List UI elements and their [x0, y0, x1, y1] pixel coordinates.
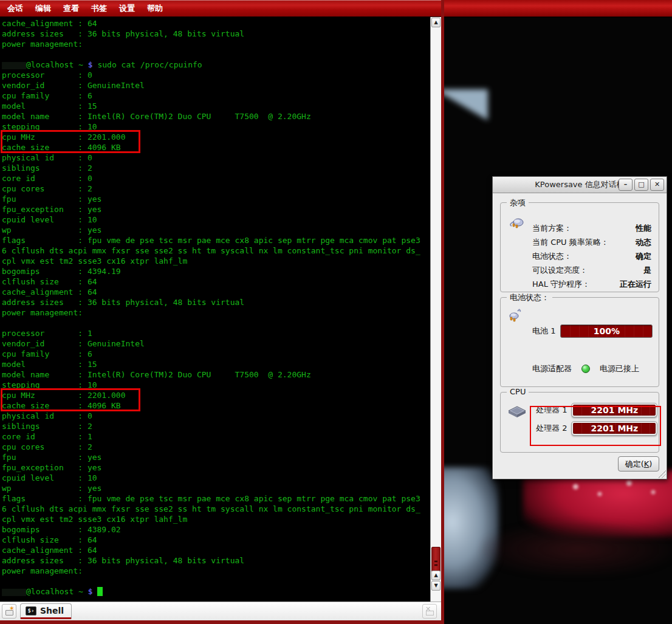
misc-row-label: 当前 CPU 频率策略：	[532, 237, 609, 248]
misc-row: 当前 CPU 频率策略：动态	[532, 235, 651, 249]
terminal-line: cpu MHz : 2201.000	[2, 390, 430, 400]
maximize-button[interactable]: □	[634, 179, 648, 191]
close-button[interactable]: ✕	[650, 179, 664, 191]
terminal-line: cpu cores : 2	[2, 183, 430, 194]
terminal-line: core id : 0	[2, 173, 430, 183]
redacted-username	[2, 589, 26, 596]
terminal-line: cpuid level : 10	[2, 214, 430, 225]
adapter-label: 电源适配器	[532, 363, 572, 374]
tab-shell[interactable]: $› Shell	[20, 603, 72, 619]
misc-row-value: 动态	[636, 237, 651, 248]
cpu-groupbox: CPU 处理器 12201 MHz处理器 22201 MHz	[500, 392, 659, 453]
terminal-line: power management:	[2, 566, 430, 576]
terminal-line: cache_alignment : 64	[2, 18, 430, 29]
battery-groupbox: 电池状态： 电池 1 100% 电源适配器 电源已接上	[500, 297, 659, 387]
kpowersave-dialog: KPowersave 信息对话框 – □ ✕ 杂项 当前方案：性能当前 CPU …	[492, 176, 667, 479]
dialog-titlebar[interactable]: KPowersave 信息对话框 – □ ✕	[493, 177, 667, 193]
menu-item[interactable]: 会话	[7, 3, 23, 14]
dialog-title: KPowersave 信息对话框	[535, 179, 624, 190]
terminal-line: @localhost ~ $	[2, 586, 430, 597]
terminal-line: model name : Intel(R) Core(TM)2 Duo CPU …	[2, 111, 430, 122]
terminal-line: siblings : 2	[2, 421, 430, 431]
terminal-line: processor : 0	[2, 70, 430, 80]
terminal-line: fpu : yes	[2, 194, 430, 204]
cpu-chip-icon	[508, 406, 526, 420]
processor-label: 处理器 2	[536, 423, 567, 434]
ok-button[interactable]: 确定(K)	[618, 456, 659, 471]
menu-item[interactable]: 编辑	[35, 3, 51, 14]
terminal-line: 6 clflush dts acpi mmx fxsr sse sse2 ss …	[2, 504, 430, 514]
battery-progressbar: 100%	[560, 324, 653, 338]
terminal-line: processor : 1	[2, 328, 430, 338]
terminal-line: stepping : 10	[2, 380, 430, 390]
terminal-line: core id : 1	[2, 431, 430, 442]
scroll-up-icon[interactable]: ▲	[431, 571, 441, 580]
misc-row-label: 电池状态：	[532, 251, 572, 262]
adapter-status: 电源已接上	[600, 363, 639, 374]
terminal-line: clflush size : 64	[2, 535, 430, 545]
menu-item[interactable]: 帮助	[147, 3, 163, 14]
cpu-row: 处理器 22201 MHz	[536, 422, 657, 435]
cpu-row: 处理器 12201 MHz	[536, 403, 657, 417]
processor-frequency-bar: 2201 MHz	[572, 403, 657, 417]
terminal-line: cache_alignment : 64	[2, 287, 430, 297]
terminal-line: cpuid level : 10	[2, 473, 430, 483]
menu-item[interactable]: 查看	[63, 3, 79, 14]
tab-bar: ✶ $› Shell ✕	[0, 602, 441, 620]
adapter-led-icon	[581, 365, 590, 373]
terminal-line: vendor_id : GenuineIntel	[2, 80, 430, 91]
terminal-line: power management:	[2, 39, 430, 49]
close-session-button[interactable]: ✕	[422, 604, 437, 619]
terminal-line: fpu : yes	[2, 452, 430, 462]
terminal-line: fpu_exception : yes	[2, 204, 430, 214]
terminal-line: cpu MHz : 2201.000	[2, 132, 430, 142]
scroll-up-icon[interactable]: ▲	[431, 18, 441, 27]
wallpaper-shadow	[481, 522, 672, 577]
close-session-x-icon: ✕	[425, 605, 431, 613]
terminal-line: flags : fpu vme de pse tsc msr pae mce c…	[2, 493, 430, 504]
misc-row: HAL 守护程序：正在运行	[532, 277, 651, 291]
terminal-line: model name : Intel(R) Core(TM)2 Duo CPU …	[2, 369, 430, 380]
ok-label: 确定(	[625, 459, 644, 468]
terminal-line: wp : yes	[2, 225, 430, 235]
scrollbar[interactable]: ▲ ▲ ▼	[430, 17, 441, 602]
resize-grip[interactable]	[658, 470, 666, 478]
processor-label: 处理器 1	[536, 405, 567, 416]
new-session-button[interactable]: ✶	[2, 604, 16, 619]
menu-item[interactable]: 书签	[91, 3, 107, 14]
terminal-line: model : 15	[2, 101, 430, 111]
terminal-line: 6 clflush dts acpi mmx fxsr sse sse2 ss …	[2, 245, 430, 256]
processor-frequency-bar: 2201 MHz	[572, 422, 657, 435]
ok-accesskey: K	[644, 459, 650, 468]
new-session-star-icon: ✶	[9, 605, 15, 612]
terminal-line: stepping : 10	[2, 122, 430, 132]
desktop: 会话编辑查看书签设置帮助 cache_alignment : 64address…	[0, 0, 672, 624]
terminal-line	[2, 49, 430, 60]
scroll-down-icon[interactable]: ▼	[431, 581, 441, 591]
terminal-line: physical id : 0	[2, 411, 430, 421]
terminal-cursor	[97, 587, 103, 596]
menu-item[interactable]: 设置	[119, 3, 135, 14]
terminal-line: clflush size : 64	[2, 276, 430, 287]
terminal-line: cpl vmx est tm2 ssse3 cx16 xtpr lahf_lm	[2, 514, 430, 524]
terminal-line: address sizes : 36 bits physical, 48 bit…	[2, 555, 430, 566]
misc-row: 电池状态：确定	[532, 249, 651, 263]
terminal-line: cache size : 4096 KB	[2, 400, 430, 411]
command-text: sudo cat /proc/cpuinfo	[97, 60, 202, 69]
desktop-top-red-bar	[444, 0, 672, 17]
power-plug-icon	[508, 214, 525, 231]
ok-label-close: )	[649, 459, 652, 468]
cpu-rows: 处理器 12201 MHz处理器 22201 MHz	[536, 403, 657, 440]
terminal-line: address sizes : 36 bits physical, 48 bit…	[2, 297, 430, 307]
terminal-line: vendor_id : GenuineIntel	[2, 338, 430, 349]
misc-row-value: 正在运行	[620, 279, 651, 290]
misc-row: 当前方案：性能	[532, 221, 651, 235]
misc-rows: 当前方案：性能当前 CPU 频率策略：动态电池状态：确定可以设定亮度：是HAL …	[532, 221, 651, 291]
terminal-line: cache_alignment : 64	[2, 545, 430, 555]
terminal-area: cache_alignment : 64address sizes : 36 b…	[0, 17, 441, 602]
misc-row-value: 性能	[636, 223, 651, 234]
misc-row: 可以设定亮度：是	[532, 263, 651, 277]
terminal-output[interactable]: cache_alignment : 64address sizes : 36 b…	[0, 17, 430, 602]
minimize-button[interactable]: –	[619, 179, 633, 191]
terminal-line: bogomips : 4389.02	[2, 524, 430, 535]
